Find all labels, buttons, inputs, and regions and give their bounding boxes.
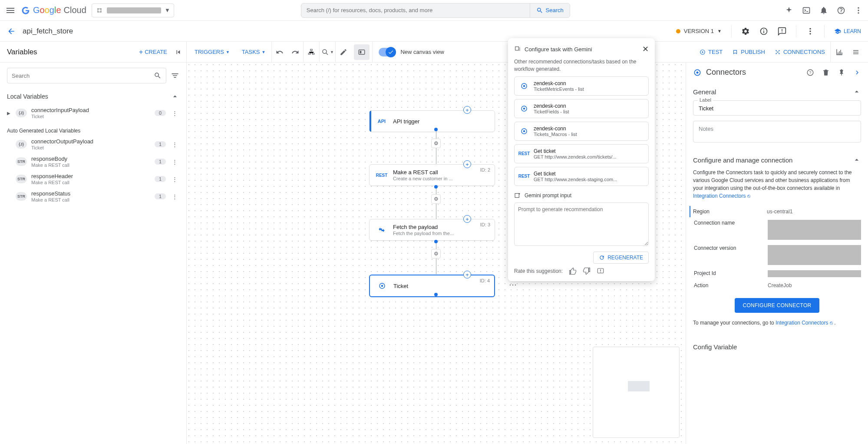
test-button[interactable]: TEST	[695, 49, 727, 55]
thumbs-up-icon[interactable]	[569, 267, 577, 275]
collapse-panel-icon[interactable]	[171, 44, 186, 60]
search-icon	[154, 72, 162, 80]
report-icon[interactable]	[597, 267, 604, 275]
list-icon[interactable]	[848, 44, 864, 60]
notes-field[interactable]: Notes	[693, 121, 861, 142]
expand-icon[interactable]: ▶	[7, 111, 11, 116]
triggers-dropdown[interactable]: TRIGGERS▼	[188, 49, 236, 55]
more-vert-icon[interactable]: ⋮	[170, 141, 179, 148]
help-icon[interactable]: ?	[806, 69, 814, 76]
connections-button[interactable]: CONNECTIONS	[770, 49, 829, 55]
variables-search-input[interactable]	[12, 73, 154, 79]
node-more-icon[interactable]: ⋯	[509, 280, 517, 289]
project-selector[interactable]: ▼	[92, 3, 174, 17]
add-icon[interactable]: +	[463, 271, 471, 278]
back-icon[interactable]	[7, 27, 16, 36]
chevron-up-icon	[852, 87, 861, 96]
gear-icon[interactable]: ⚙	[431, 139, 441, 148]
delete-icon[interactable]	[822, 69, 830, 76]
variable-row[interactable]: STR responseStatusMake a REST call 1 ⋮	[0, 188, 186, 205]
masked-value	[768, 245, 861, 265]
publish-button[interactable]: PUBLISH	[728, 49, 769, 55]
terminal-icon[interactable]	[802, 6, 811, 15]
sort-icon[interactable]	[171, 71, 179, 80]
gear-icon[interactable]: ⚙	[431, 194, 441, 204]
recommendation-item[interactable]: zendesk-connTickets_Macros - list	[514, 122, 649, 141]
add-icon[interactable]: +	[463, 160, 471, 168]
more-vert-icon[interactable]: ⋮	[170, 110, 179, 116]
help-icon[interactable]	[837, 6, 845, 15]
variable-row[interactable]: {J} connectorOutputPayloadTicket 1 ⋮	[0, 136, 186, 153]
thumbs-down-icon[interactable]	[583, 267, 591, 275]
configure-section-header[interactable]: Configure and manage connection	[693, 151, 861, 169]
edit-icon[interactable]	[336, 44, 351, 60]
svg-point-8	[858, 12, 859, 13]
pin-icon[interactable]	[838, 69, 845, 76]
undo-icon[interactable]	[272, 44, 287, 60]
integration-connectors-link[interactable]: Integration Connectors ⎋	[693, 193, 750, 199]
gemini-icon[interactable]	[785, 6, 793, 15]
node-fetch-payload[interactable]: Fetch the payload Fetch the payload from…	[369, 219, 495, 241]
gear-icon[interactable]	[741, 27, 750, 36]
feedback-icon[interactable]	[778, 27, 786, 36]
more-vert-icon[interactable]: ⋮	[170, 193, 179, 200]
create-button[interactable]: + CREATE	[139, 48, 167, 56]
more-vert-icon[interactable]: ⋮	[170, 159, 179, 165]
config-variable-header[interactable]: Config Variable	[693, 339, 861, 355]
node-rest-call[interactable]: REST Make a REST call Create a new custo…	[369, 164, 495, 186]
label-input[interactable]	[699, 105, 855, 112]
api-icon: API	[376, 115, 388, 127]
connector-icon	[519, 103, 529, 114]
recommendation-item[interactable]: REST Get ticketGET http://www.zendesk.co…	[514, 144, 649, 163]
global-search[interactable]: Search	[301, 3, 570, 18]
canvas-mode-icon[interactable]	[354, 44, 370, 60]
close-icon[interactable]: ✕	[642, 44, 649, 54]
variable-row[interactable]: ▶ {J} connectorInputPayload Ticket 0 ⋮	[0, 104, 186, 122]
chevron-right-icon[interactable]	[853, 69, 861, 76]
analytics-icon[interactable]	[832, 44, 847, 60]
variable-row[interactable]: STR responseBodyMake a REST call 1 ⋮	[0, 153, 186, 170]
svg-rect-26	[515, 47, 519, 50]
search-button[interactable]: Search	[530, 3, 570, 17]
regenerate-button[interactable]: REGENERATE	[593, 252, 649, 264]
info-icon[interactable]	[759, 27, 768, 36]
minimap[interactable]	[593, 347, 680, 438]
learn-button[interactable]: LEARN	[834, 28, 861, 35]
general-section-header[interactable]: General	[693, 83, 861, 100]
canvas-view-label: New canvas view	[400, 49, 444, 55]
bell-icon[interactable]	[819, 6, 828, 15]
recommendation-item[interactable]: zendesk-connTicketMetricEvents - list	[514, 76, 649, 96]
menu-icon[interactable]	[5, 5, 16, 16]
node-ticket[interactable]: Ticket ID: 4	[369, 275, 495, 297]
version-selector[interactable]: VERSION 1 ▼	[676, 28, 722, 34]
label-field[interactable]: Label	[693, 100, 861, 116]
recommendation-item[interactable]: zendesk-connTicketFields - list	[514, 99, 649, 118]
tasks-dropdown[interactable]: TASKS▼	[236, 49, 272, 55]
gear-icon[interactable]: ⚙	[431, 249, 441, 258]
rest-icon: REST	[376, 169, 388, 181]
type-badge: {J}	[16, 140, 27, 149]
variable-row[interactable]: STR responseHeaderMake a REST call 1 ⋮	[0, 170, 186, 188]
more-vert-icon[interactable]	[806, 27, 815, 36]
integration-connectors-link[interactable]: Integration Connectors ⎋	[776, 320, 833, 326]
svg-rect-33	[515, 193, 519, 197]
variables-search[interactable]	[7, 68, 166, 83]
canvas-view-toggle[interactable]	[379, 48, 396, 56]
connector-icon	[376, 280, 388, 292]
more-vert-icon[interactable]	[854, 6, 863, 15]
local-variables-header[interactable]: Local Variables	[0, 89, 186, 104]
search-input[interactable]	[301, 7, 530, 13]
node-api-trigger[interactable]: API API trigger	[369, 110, 495, 132]
redo-icon[interactable]	[287, 44, 303, 60]
gcp-logo[interactable]: Google Cloud	[21, 5, 86, 15]
configure-connector-button[interactable]: CONFIGURE CONNECTOR	[735, 298, 819, 313]
layout-icon[interactable]	[304, 44, 319, 60]
gemini-prompt-textarea[interactable]	[514, 202, 649, 246]
zoom-icon[interactable]: ▼	[320, 44, 335, 60]
add-icon[interactable]: +	[463, 106, 471, 114]
more-vert-icon[interactable]: ⋮	[170, 176, 179, 182]
recommendation-item[interactable]: REST Get ticketGET http://www.zendesk-st…	[514, 167, 649, 186]
add-icon[interactable]: +	[463, 215, 471, 223]
canvas[interactable]: API API trigger + ⚙ REST Make a REST cal…	[187, 63, 686, 444]
svg-point-7	[858, 10, 859, 11]
